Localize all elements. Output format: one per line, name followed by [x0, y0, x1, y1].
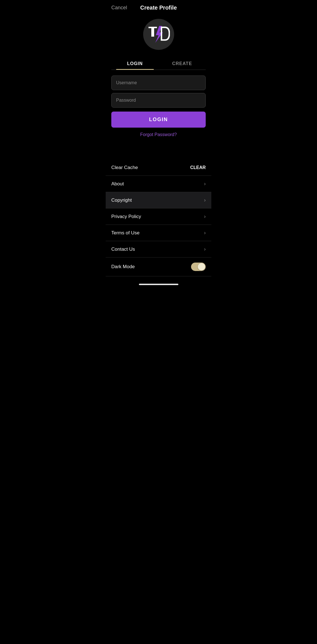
contact-us-chevron-icon: › — [204, 246, 206, 252]
username-input[interactable] — [111, 75, 206, 90]
terms-of-use-row[interactable]: Terms of Use › — [106, 225, 211, 241]
app-logo — [143, 19, 174, 50]
about-row[interactable]: About › — [106, 176, 211, 192]
dark-mode-label: Dark Mode — [111, 264, 135, 270]
privacy-policy-row[interactable]: Privacy Policy › — [106, 208, 211, 225]
logo-icon — [147, 25, 170, 44]
home-bar — [139, 284, 178, 285]
password-input[interactable] — [111, 93, 206, 108]
copyright-row[interactable]: Copyright › — [106, 192, 211, 208]
privacy-policy-label: Privacy Policy — [111, 214, 141, 219]
toggle-knob — [198, 263, 205, 270]
about-chevron-icon: › — [204, 181, 206, 187]
about-label: About — [111, 181, 124, 187]
svg-rect-0 — [148, 27, 157, 28]
login-button[interactable]: LOGIN — [111, 112, 206, 128]
clear-cache-row: Clear Cache CLEAR — [106, 160, 211, 176]
tab-create[interactable]: CREATE — [159, 58, 206, 70]
terms-of-use-chevron-icon: › — [204, 230, 206, 236]
clear-cache-button[interactable]: CLEAR — [190, 165, 206, 170]
terms-of-use-label: Terms of Use — [111, 230, 139, 236]
page-title: Create Profile — [140, 5, 177, 11]
header: Cancel Create Profile — [106, 0, 211, 13]
settings-section: Clear Cache CLEAR About › Copyright › Pr… — [106, 160, 211, 276]
forgot-password-link[interactable]: Forgot Password? — [111, 132, 206, 137]
dark-mode-toggle[interactable] — [191, 263, 206, 271]
dark-mode-row: Dark Mode — [106, 257, 211, 276]
home-indicator — [106, 281, 211, 287]
login-form: LOGIN Forgot Password? — [106, 75, 211, 137]
privacy-policy-chevron-icon: › — [204, 214, 206, 219]
contact-us-row[interactable]: Contact Us › — [106, 241, 211, 257]
clear-cache-label: Clear Cache — [111, 165, 138, 170]
tabs-container: LOGIN CREATE — [111, 58, 206, 70]
contact-us-label: Contact Us — [111, 247, 135, 252]
svg-rect-1 — [151, 28, 154, 37]
copyright-label: Copyright — [111, 197, 132, 203]
logo-container — [106, 19, 211, 50]
copyright-chevron-icon: › — [204, 197, 206, 203]
tab-login[interactable]: LOGIN — [111, 58, 159, 70]
cancel-button[interactable]: Cancel — [111, 5, 127, 11]
